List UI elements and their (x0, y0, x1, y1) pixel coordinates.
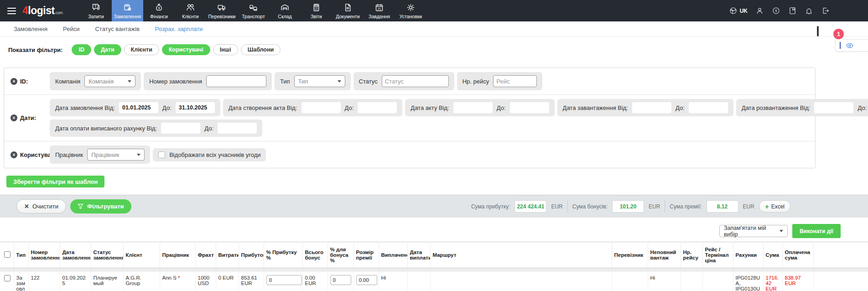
act-date-from-input[interactable] (453, 102, 493, 113)
export-excel-button[interactable]: + Excel (759, 200, 790, 213)
premium-size-input[interactable] (356, 275, 377, 285)
clear-filters-button[interactable]: ✕ Очистити (16, 199, 66, 213)
apply-filters-button[interactable]: Фільтрувати (70, 199, 131, 213)
cell-payment-date (407, 271, 430, 291)
cell-order-date: 01.09.2025 (60, 271, 91, 291)
bonus-pct-input[interactable] (330, 275, 351, 285)
nav-item-label: Перевізники (208, 14, 236, 19)
hamburger-menu-icon[interactable] (7, 8, 16, 14)
row-checkbox[interactable] (4, 275, 10, 281)
book-icon[interactable] (788, 6, 797, 15)
order-date-to-input[interactable] (176, 102, 215, 113)
cell-premium-size (353, 271, 379, 291)
subnav-trips[interactable]: Рейси (63, 26, 79, 32)
type-select[interactable]: Тип (294, 75, 345, 87)
language-switcher[interactable]: UK (729, 6, 748, 15)
filter-pills: ID Дати Клієнти Користувачі Інші Шаблони (72, 44, 281, 55)
trip-number-input[interactable] (493, 75, 537, 87)
company-select[interactable]: Компанія (84, 75, 135, 87)
nav-item-clients[interactable]: Клієнти (175, 0, 206, 21)
nav-item-carriers[interactable]: Перевізники (206, 0, 238, 21)
logo[interactable]: 4logist.com (22, 5, 62, 17)
status-label: Статус (359, 78, 378, 85)
nav-item-transport[interactable]: Транспорт (238, 0, 269, 21)
unloading-date-from-input[interactable] (814, 102, 853, 113)
main-menu: ? Запити Замовлення $ Фінанси Клієнти Пе… (80, 0, 426, 21)
nav-item-tasks[interactable]: 21 Завдання (364, 0, 395, 21)
col-route: Маршрут (430, 242, 612, 268)
cell-empty (813, 271, 868, 291)
premium-sum-label: Сума премії: (670, 203, 702, 210)
nav-item-orders[interactable]: Замовлення (112, 0, 143, 21)
select-all-checkbox[interactable] (4, 251, 10, 258)
remove-filter-icon[interactable] (10, 78, 17, 85)
cell-order-number: 122 (28, 271, 60, 291)
order-date-from-input[interactable] (119, 102, 158, 113)
col-employee: Працівник (160, 242, 195, 268)
nav-item-finance[interactable]: $ Фінанси (143, 0, 175, 21)
cell-client[interactable]: A.G.R. Group (123, 271, 160, 291)
filters-panel: ID: Компанія Компанія Номер замовлення Т… (4, 68, 816, 168)
top-navbar: 4logist.com ? Запити Замовлення $ Фінанс… (0, 0, 868, 21)
col-profit: Прибуток (239, 242, 264, 268)
dollar-circle-icon[interactable]: $ (772, 6, 780, 15)
svg-text:$: $ (775, 9, 777, 13)
user-icon[interactable] (755, 6, 764, 15)
pill-users[interactable]: Користувачі (162, 44, 210, 55)
package-icon (123, 3, 132, 12)
pill-dates[interactable]: Дати (94, 44, 121, 55)
col-order-date: Дата замовлення (60, 242, 91, 268)
order-date-chip: Дата замовлення Від: До: (50, 99, 220, 116)
pill-other[interactable]: Інші (213, 44, 238, 55)
subnav-cargo-status[interactable]: Статус вантажів (95, 26, 139, 32)
scrollbar-thumb[interactable] (817, 26, 819, 36)
nav-item-settings[interactable]: Установки (395, 0, 426, 21)
act-date-to-input[interactable] (510, 102, 549, 113)
pill-clients[interactable]: Клієнти (124, 44, 159, 55)
remove-filter-icon[interactable] (10, 114, 17, 121)
gear-icon (406, 3, 416, 12)
remove-filter-icon[interactable] (10, 151, 17, 158)
employee-select[interactable]: Працівник (87, 149, 145, 161)
eye-icon (845, 42, 854, 49)
cell-type: За замовлення (14, 271, 28, 291)
order-number-input[interactable] (206, 75, 266, 87)
invoice-paid-from-input[interactable] (161, 123, 200, 134)
notification-badge[interactable]: 1 (833, 29, 844, 39)
profit-pct-input[interactable] (266, 275, 302, 285)
execute-actions-button[interactable]: Виконати дії (792, 224, 841, 238)
subnav-orders[interactable]: Замовлення (14, 26, 47, 32)
invoice-paid-to-input[interactable] (218, 123, 257, 134)
act-created-from-input[interactable] (301, 102, 341, 113)
col-partial-load: Неповний вантаж (648, 242, 681, 268)
col-type: Тип (14, 242, 28, 268)
save-filters-template-button[interactable]: Зберегти фільтри як шаблон (6, 176, 104, 187)
status-input[interactable] (382, 75, 449, 87)
trip-number-label: Нр. рейсу (463, 78, 489, 85)
col-trip-number: Нр. рейсу (681, 242, 702, 268)
loading-date-from-input[interactable] (632, 102, 671, 113)
bell-icon[interactable] (805, 6, 813, 15)
chevron-down-icon (780, 230, 783, 232)
nav-item-requests[interactable]: ? Запити (80, 0, 112, 21)
logout-icon[interactable] (821, 6, 830, 15)
nav-item-warehouse[interactable]: Склад (269, 0, 301, 21)
saved-view-widget[interactable] (835, 39, 868, 52)
loading-date-chip: Дата завантаження Від: До: (557, 99, 733, 116)
act-created-to-input[interactable] (358, 102, 397, 113)
col-amount: Сума (763, 242, 782, 268)
show-all-participants-checkbox[interactable] (158, 151, 165, 158)
totals-group: Сума прибутку: 224 424.41 EUR Сума бонус… (471, 200, 790, 213)
nav-item-documents[interactable]: Документи (332, 0, 364, 21)
pill-templates[interactable]: Шаблони (241, 44, 281, 55)
remember-selection-select[interactable]: Запам'ятати мій вибір (719, 225, 788, 237)
nav-item-reports[interactable]: Звіти (301, 0, 332, 21)
col-paid-amount: Оплачена сума (782, 242, 813, 268)
actions-row: Запам'ятати мій вибір Виконати дії (0, 224, 841, 238)
cell-total-bonus: 0.00EUR (302, 271, 327, 291)
pill-id[interactable]: ID (72, 44, 91, 55)
nav-item-label: Замовлення (114, 14, 141, 19)
subnav-salary-calc[interactable]: Розрах. зарплати (155, 26, 203, 32)
navbar-left: 4logist.com (0, 0, 80, 21)
loading-date-to-input[interactable] (689, 102, 728, 113)
